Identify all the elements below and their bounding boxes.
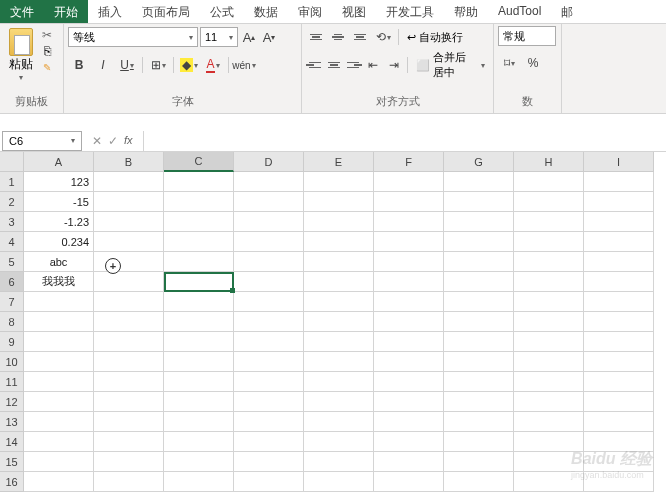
cell[interactable] [374, 432, 444, 452]
name-box[interactable]: C6▾ [2, 131, 82, 151]
font-size-select[interactable]: 11▾ [200, 27, 238, 47]
cell[interactable] [584, 292, 654, 312]
cancel-formula-button[interactable]: ✕ [92, 134, 102, 148]
cell[interactable] [374, 232, 444, 252]
tab-data[interactable]: 数据 [244, 0, 288, 23]
cell[interactable] [304, 312, 374, 332]
cell[interactable] [304, 352, 374, 372]
cell[interactable] [584, 212, 654, 232]
cell[interactable] [444, 192, 514, 212]
cell[interactable] [374, 212, 444, 232]
row-header[interactable]: 5 [0, 252, 24, 272]
cell[interactable] [94, 332, 164, 352]
tab-mail[interactable]: 邮 [551, 0, 583, 23]
cell[interactable] [304, 432, 374, 452]
col-header[interactable]: H [514, 152, 584, 172]
cell[interactable] [234, 332, 304, 352]
indent-increase-button[interactable]: ⇥ [384, 55, 403, 75]
cut-button[interactable]: ✂ [37, 28, 57, 42]
cell[interactable] [94, 192, 164, 212]
row-header[interactable]: 16 [0, 472, 24, 492]
col-header[interactable]: E [304, 152, 374, 172]
cell[interactable] [164, 332, 234, 352]
cell[interactable] [164, 352, 234, 372]
paste-button[interactable]: 粘贴 ▾ [6, 28, 35, 82]
cell[interactable] [514, 332, 584, 352]
cell[interactable] [304, 232, 374, 252]
cell[interactable] [24, 332, 94, 352]
col-header[interactable]: I [584, 152, 654, 172]
cell[interactable] [514, 252, 584, 272]
cell[interactable] [514, 272, 584, 292]
cell[interactable] [514, 312, 584, 332]
cell[interactable] [24, 432, 94, 452]
cell[interactable] [444, 312, 514, 332]
tab-help[interactable]: 帮助 [444, 0, 488, 23]
cell[interactable] [164, 452, 234, 472]
cell[interactable] [584, 312, 654, 332]
cell[interactable] [374, 392, 444, 412]
tab-formulas[interactable]: 公式 [200, 0, 244, 23]
cell[interactable] [164, 312, 234, 332]
cell[interactable] [94, 252, 164, 272]
cell[interactable] [304, 452, 374, 472]
cell[interactable] [164, 212, 234, 232]
cell[interactable] [514, 412, 584, 432]
cell[interactable] [234, 172, 304, 192]
cell[interactable] [164, 292, 234, 312]
cell[interactable] [94, 392, 164, 412]
formula-bar[interactable] [143, 131, 666, 151]
cell[interactable]: -1.23 [24, 212, 94, 232]
cell[interactable] [304, 372, 374, 392]
cell[interactable] [24, 292, 94, 312]
cell[interactable] [94, 272, 164, 292]
tab-file[interactable]: 文件 [0, 0, 44, 23]
cell[interactable] [24, 452, 94, 472]
cells-area[interactable]: 123 -15 -1.23 0.234 abc 我我我 [24, 172, 666, 492]
cell[interactable] [24, 472, 94, 492]
cell[interactable] [94, 292, 164, 312]
italic-button[interactable]: I [92, 55, 114, 75]
cell[interactable] [444, 452, 514, 472]
cell[interactable] [514, 372, 584, 392]
cell[interactable] [374, 412, 444, 432]
cell[interactable] [94, 212, 164, 232]
cell[interactable] [374, 372, 444, 392]
row-header[interactable]: 15 [0, 452, 24, 472]
tab-audtool[interactable]: AudTool [488, 0, 551, 23]
indent-decrease-button[interactable]: ⇤ [364, 55, 383, 75]
cell[interactable] [514, 172, 584, 192]
cell[interactable] [584, 352, 654, 372]
cell[interactable] [374, 252, 444, 272]
cell[interactable] [444, 212, 514, 232]
cell[interactable] [234, 372, 304, 392]
cell[interactable] [94, 432, 164, 452]
cell[interactable] [374, 472, 444, 492]
increase-font-button[interactable]: A▴ [240, 27, 258, 47]
col-header[interactable]: G [444, 152, 514, 172]
align-right-button[interactable] [344, 55, 361, 75]
cell[interactable] [24, 312, 94, 332]
cell[interactable] [374, 352, 444, 372]
cell[interactable] [304, 252, 374, 272]
row-header[interactable]: 1 [0, 172, 24, 192]
tab-insert[interactable]: 插入 [88, 0, 132, 23]
cell[interactable] [94, 372, 164, 392]
cell[interactable] [164, 392, 234, 412]
row-header[interactable]: 14 [0, 432, 24, 452]
row-header[interactable]: 11 [0, 372, 24, 392]
phonetic-button[interactable]: wén▾ [233, 55, 255, 75]
fx-icon[interactable]: fx [124, 134, 133, 148]
font-name-select[interactable]: 等线▾ [68, 27, 198, 47]
align-top-button[interactable] [306, 27, 326, 47]
row-header[interactable]: 3 [0, 212, 24, 232]
cell[interactable] [444, 232, 514, 252]
cell[interactable] [234, 452, 304, 472]
cell[interactable] [584, 272, 654, 292]
row-header[interactable]: 8 [0, 312, 24, 332]
border-button[interactable]: ⊞▾ [147, 55, 169, 75]
cell[interactable] [234, 312, 304, 332]
cell[interactable] [234, 392, 304, 412]
cell[interactable] [234, 272, 304, 292]
row-header[interactable]: 13 [0, 412, 24, 432]
